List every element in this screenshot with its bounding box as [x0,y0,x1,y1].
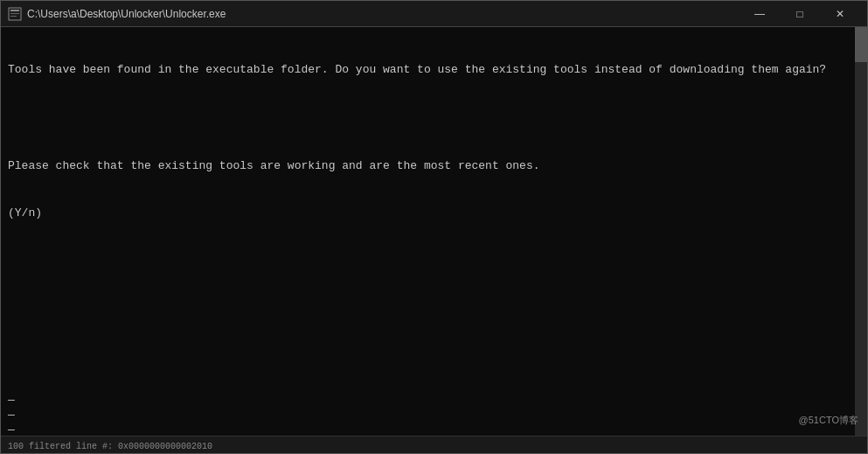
svg-rect-3 [10,16,17,17]
console-line-4: (Y/n) [8,206,860,221]
console-line-3: Please check that the existing tools are… [8,158,860,174]
title-bar-controls: — □ ✕ [740,1,860,27]
console-area: Tools have been found in the executable … [1,27,867,436]
progress-bar-1: — [8,394,860,407]
title-bar: C:\Users\a\Desktop\Unlocker\Unlocker.exe… [1,1,867,27]
maximize-button[interactable]: □ [780,1,820,27]
bottom-bar: 100 filtered line #: 0x0000000000002010 [1,436,867,453]
progress-bar-2: — [8,409,860,422]
scrollbar-thumb[interactable] [855,27,867,62]
watermark: @51CTO博客 [799,414,858,427]
title-bar-text: C:\Users\a\Desktop\Unlocker\Unlocker.exe [27,8,740,20]
svg-rect-1 [10,10,19,11]
progress-bar-3: — [8,423,860,436]
progress-section: — — — — Download progress: 8 %, 56.03 MB… [8,394,860,436]
window-icon [8,7,22,21]
console-line-1: Tools have been found in the executable … [8,62,860,78]
console-line-blank [8,110,860,126]
main-window: C:\Users\a\Desktop\Unlocker\Unlocker.exe… [0,0,868,454]
scrollbar[interactable] [855,27,867,436]
close-button[interactable]: ✕ [820,1,860,27]
bottom-bar-text: 100 filtered line #: 0x0000000000002010 [1,440,867,453]
console-output: Tools have been found in the executable … [8,31,860,254]
svg-rect-2 [10,13,19,14]
minimize-button[interactable]: — [740,1,780,27]
